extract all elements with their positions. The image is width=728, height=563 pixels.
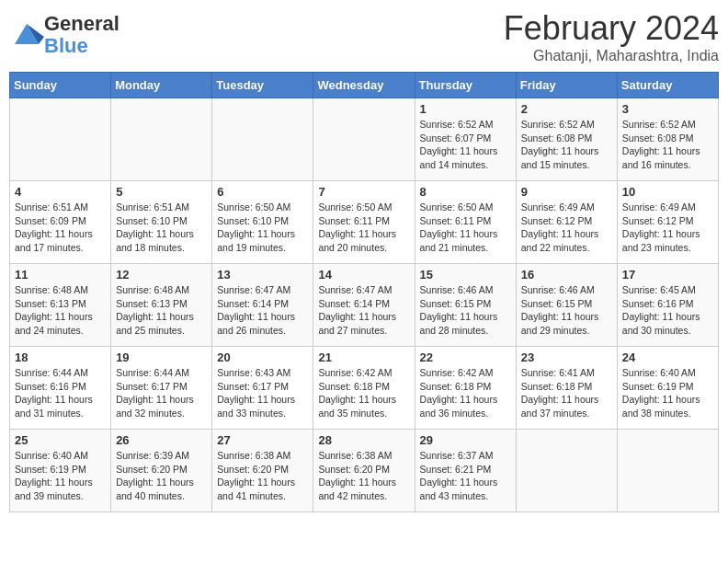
day-info: Sunrise: 6:49 AMSunset: 6:12 PMDaylight:…	[521, 201, 612, 255]
calendar-week-3: 11Sunrise: 6:48 AMSunset: 6:13 PMDayligh…	[10, 264, 719, 347]
col-monday: Monday	[111, 73, 212, 98]
calendar-cell: 16Sunrise: 6:46 AMSunset: 6:15 PMDayligh…	[516, 264, 617, 347]
day-number: 18	[15, 350, 106, 364]
day-info: Sunrise: 6:44 AMSunset: 6:17 PMDaylight:…	[116, 366, 207, 420]
day-info: Sunrise: 6:38 AMSunset: 6:20 PMDaylight:…	[217, 449, 308, 503]
calendar-cell: 24Sunrise: 6:40 AMSunset: 6:19 PMDayligh…	[617, 347, 718, 430]
logo-general: General	[44, 13, 119, 35]
day-info: Sunrise: 6:52 AMSunset: 6:08 PMDaylight:…	[521, 118, 612, 172]
calendar-week-5: 25Sunrise: 6:40 AMSunset: 6:19 PMDayligh…	[10, 430, 719, 512]
day-number: 26	[116, 433, 207, 447]
title-block: February 2024 Ghatanji, Maharashtra, Ind…	[504, 9, 719, 64]
day-number: 10	[622, 185, 713, 199]
day-info: Sunrise: 6:52 AMSunset: 6:07 PMDaylight:…	[420, 118, 511, 172]
day-number: 9	[521, 185, 612, 199]
calendar-cell: 19Sunrise: 6:44 AMSunset: 6:17 PMDayligh…	[111, 347, 212, 430]
calendar-cell	[617, 430, 718, 512]
day-number: 4	[15, 185, 106, 199]
day-info: Sunrise: 6:39 AMSunset: 6:20 PMDaylight:…	[116, 449, 207, 503]
col-friday: Friday	[516, 73, 617, 98]
day-number: 21	[318, 350, 409, 364]
calendar-cell: 25Sunrise: 6:40 AMSunset: 6:19 PMDayligh…	[10, 430, 111, 512]
day-number: 19	[116, 350, 207, 364]
day-info: Sunrise: 6:46 AMSunset: 6:15 PMDaylight:…	[521, 283, 612, 338]
col-tuesday: Tuesday	[212, 73, 313, 98]
calendar-cell: 4Sunrise: 6:51 AMSunset: 6:09 PMDaylight…	[10, 181, 111, 264]
day-info: Sunrise: 6:49 AMSunset: 6:12 PMDaylight:…	[622, 201, 713, 255]
calendar-cell: 21Sunrise: 6:42 AMSunset: 6:18 PMDayligh…	[313, 347, 415, 430]
day-info: Sunrise: 6:52 AMSunset: 6:08 PMDaylight:…	[622, 118, 713, 172]
calendar-header-row: Sunday Monday Tuesday Wednesday Thursday…	[10, 73, 719, 98]
day-info: Sunrise: 6:51 AMSunset: 6:10 PMDaylight:…	[116, 201, 207, 255]
day-number: 25	[15, 433, 106, 447]
calendar-cell: 18Sunrise: 6:44 AMSunset: 6:16 PMDayligh…	[10, 347, 111, 430]
day-info: Sunrise: 6:45 AMSunset: 6:16 PMDaylight:…	[622, 283, 713, 338]
logo-blue: Blue	[44, 35, 119, 57]
col-sunday: Sunday	[10, 73, 111, 98]
calendar-cell: 9Sunrise: 6:49 AMSunset: 6:12 PMDaylight…	[516, 181, 617, 264]
col-saturday: Saturday	[617, 73, 718, 98]
day-info: Sunrise: 6:43 AMSunset: 6:17 PMDaylight:…	[217, 366, 308, 420]
col-wednesday: Wednesday	[313, 73, 415, 98]
day-number: 29	[420, 433, 511, 447]
day-number: 13	[217, 268, 308, 282]
calendar-cell: 11Sunrise: 6:48 AMSunset: 6:13 PMDayligh…	[10, 264, 111, 347]
calendar-cell: 17Sunrise: 6:45 AMSunset: 6:16 PMDayligh…	[617, 264, 718, 347]
day-number: 12	[116, 268, 207, 282]
calendar-week-1: 1Sunrise: 6:52 AMSunset: 6:07 PMDaylight…	[10, 98, 719, 181]
day-info: Sunrise: 6:44 AMSunset: 6:16 PMDaylight:…	[15, 366, 106, 420]
calendar-cell: 26Sunrise: 6:39 AMSunset: 6:20 PMDayligh…	[111, 430, 212, 512]
col-thursday: Thursday	[415, 73, 516, 98]
calendar-cell: 3Sunrise: 6:52 AMSunset: 6:08 PMDaylight…	[617, 98, 718, 181]
calendar-cell: 23Sunrise: 6:41 AMSunset: 6:18 PMDayligh…	[516, 347, 617, 430]
calendar-cell	[10, 98, 111, 181]
day-number: 8	[420, 185, 511, 199]
day-number: 11	[15, 268, 106, 282]
day-number: 27	[217, 433, 308, 447]
calendar-cell: 29Sunrise: 6:37 AMSunset: 6:21 PMDayligh…	[415, 430, 516, 512]
day-info: Sunrise: 6:51 AMSunset: 6:09 PMDaylight:…	[15, 201, 106, 255]
logo-icon	[9, 18, 42, 52]
day-info: Sunrise: 6:37 AMSunset: 6:21 PMDaylight:…	[420, 449, 511, 503]
day-info: Sunrise: 6:46 AMSunset: 6:15 PMDaylight:…	[420, 283, 511, 338]
day-number: 6	[217, 185, 308, 199]
day-number: 14	[318, 268, 409, 282]
day-info: Sunrise: 6:50 AMSunset: 6:11 PMDaylight:…	[420, 201, 511, 255]
day-number: 15	[420, 268, 511, 282]
day-number: 5	[116, 185, 207, 199]
day-number: 24	[622, 350, 713, 364]
calendar-cell	[111, 98, 212, 181]
calendar-cell: 1Sunrise: 6:52 AMSunset: 6:07 PMDaylight…	[415, 98, 516, 181]
calendar-cell	[212, 98, 313, 181]
calendar-table: Sunday Monday Tuesday Wednesday Thursday…	[9, 72, 719, 512]
day-number: 20	[217, 350, 308, 364]
day-info: Sunrise: 6:38 AMSunset: 6:20 PMDaylight:…	[318, 449, 409, 503]
calendar-cell	[516, 430, 617, 512]
day-info: Sunrise: 6:50 AMSunset: 6:10 PMDaylight:…	[217, 201, 308, 255]
day-number: 1	[420, 102, 511, 116]
calendar-cell: 14Sunrise: 6:47 AMSunset: 6:14 PMDayligh…	[313, 264, 415, 347]
day-number: 16	[521, 268, 612, 282]
day-info: Sunrise: 6:42 AMSunset: 6:18 PMDaylight:…	[420, 366, 511, 420]
day-info: Sunrise: 6:50 AMSunset: 6:11 PMDaylight:…	[318, 201, 409, 255]
day-info: Sunrise: 6:41 AMSunset: 6:18 PMDaylight:…	[521, 366, 612, 420]
calendar-title: February 2024	[504, 9, 719, 48]
logo-text: General Blue	[44, 13, 119, 57]
calendar-week-2: 4Sunrise: 6:51 AMSunset: 6:09 PMDaylight…	[10, 181, 719, 264]
calendar-cell: 28Sunrise: 6:38 AMSunset: 6:20 PMDayligh…	[313, 430, 415, 512]
logo: General Blue	[9, 13, 119, 57]
calendar-cell: 6Sunrise: 6:50 AMSunset: 6:10 PMDaylight…	[212, 181, 313, 264]
day-info: Sunrise: 6:40 AMSunset: 6:19 PMDaylight:…	[622, 366, 713, 420]
calendar-cell: 12Sunrise: 6:48 AMSunset: 6:13 PMDayligh…	[111, 264, 212, 347]
day-number: 28	[318, 433, 409, 447]
calendar-week-4: 18Sunrise: 6:44 AMSunset: 6:16 PMDayligh…	[10, 347, 719, 430]
calendar-cell	[313, 98, 415, 181]
calendar-cell: 20Sunrise: 6:43 AMSunset: 6:17 PMDayligh…	[212, 347, 313, 430]
calendar-cell: 7Sunrise: 6:50 AMSunset: 6:11 PMDaylight…	[313, 181, 415, 264]
day-number: 17	[622, 268, 713, 282]
day-info: Sunrise: 6:47 AMSunset: 6:14 PMDaylight:…	[217, 283, 308, 338]
calendar-cell: 5Sunrise: 6:51 AMSunset: 6:10 PMDaylight…	[111, 181, 212, 264]
day-number: 7	[318, 185, 409, 199]
day-info: Sunrise: 6:48 AMSunset: 6:13 PMDaylight:…	[15, 283, 106, 338]
day-number: 23	[521, 350, 612, 364]
